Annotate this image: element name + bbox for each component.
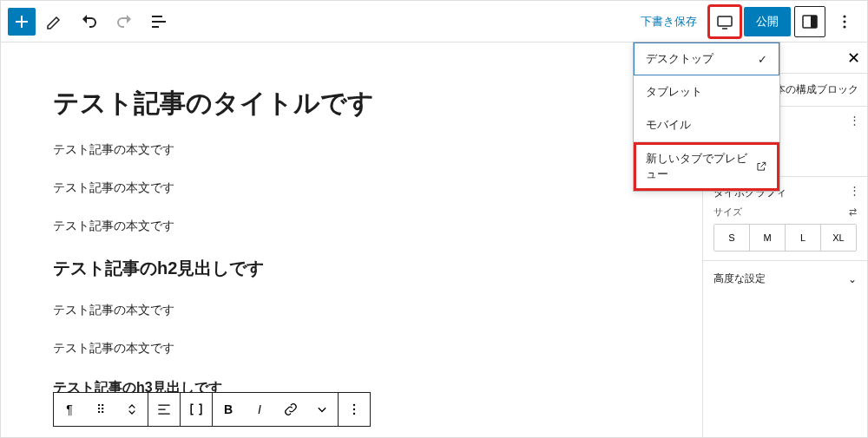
kebab-icon xyxy=(834,11,855,32)
heading-h2-block[interactable]: テスト記事のh2見出しです xyxy=(53,257,650,280)
align-icon xyxy=(155,401,173,418)
svg-rect-0 xyxy=(718,16,732,26)
kebab-icon xyxy=(345,401,363,418)
preview-tablet-option[interactable]: タブレット xyxy=(634,75,779,108)
paragraph-block[interactable]: テスト記事の本文です xyxy=(53,180,650,196)
option-label: タブレット xyxy=(646,84,702,100)
chevron-down-icon: ⌄ xyxy=(848,273,857,285)
sidebar-icon xyxy=(799,11,820,32)
option-label: モバイル xyxy=(646,117,691,133)
chevron-down-icon xyxy=(313,401,331,418)
sliders-icon[interactable]: ⇄ xyxy=(849,206,857,218)
toolbar-left xyxy=(8,6,174,37)
block-more-button[interactable] xyxy=(339,393,370,426)
size-m-button[interactable]: M xyxy=(750,225,786,251)
plus-icon xyxy=(11,11,32,32)
block-type-button[interactable]: ¶ xyxy=(54,393,85,426)
brackets-icon xyxy=(187,401,205,418)
font-size-buttons: S M L XL xyxy=(713,224,857,252)
paragraph-block[interactable]: テスト記事の本文です xyxy=(53,341,650,356)
width-button[interactable] xyxy=(181,393,212,426)
redo-icon xyxy=(114,11,135,32)
list-icon xyxy=(148,11,169,32)
svg-point-5 xyxy=(843,25,845,28)
link-icon xyxy=(282,401,299,418)
svg-point-6 xyxy=(353,404,355,406)
svg-point-8 xyxy=(353,413,355,415)
add-block-button[interactable] xyxy=(8,8,36,36)
advanced-settings-toggle[interactable]: 高度な設定 ⌄ xyxy=(703,261,867,297)
more-rich-text-button[interactable] xyxy=(306,393,338,426)
pilcrow-icon: ¶ xyxy=(66,402,73,416)
undo-icon xyxy=(79,11,100,32)
paragraph-block[interactable]: テスト記事の本文です xyxy=(53,219,650,234)
svg-point-4 xyxy=(843,20,845,23)
section-options-button[interactable]: ⋮ xyxy=(849,184,860,197)
bold-icon: B xyxy=(224,402,233,416)
size-label: サイズ xyxy=(713,206,742,219)
app-window: 下書き保存 公開 テスト記事のタイトルです テスト記事の本文です テスト記事の本… xyxy=(0,0,868,438)
align-button[interactable] xyxy=(148,393,180,426)
size-s-button[interactable]: S xyxy=(714,225,750,251)
check-icon: ✓ xyxy=(758,53,767,66)
pencil-icon xyxy=(44,11,65,32)
document-outline-button[interactable] xyxy=(143,6,174,37)
paragraph-block[interactable]: テスト記事の本文です xyxy=(53,142,650,158)
link-button[interactable] xyxy=(275,393,306,426)
redo-button[interactable] xyxy=(108,6,140,37)
settings-sidebar-toggle[interactable] xyxy=(794,6,825,37)
section-options-button[interactable]: ⋮ xyxy=(849,114,860,127)
publish-button[interactable]: 公開 xyxy=(744,7,791,36)
block-toolbar: ¶ ⠿ B I xyxy=(53,392,371,427)
preview-button[interactable] xyxy=(709,6,740,37)
size-l-button[interactable]: L xyxy=(786,225,821,251)
move-updown-button[interactable] xyxy=(116,393,148,426)
svg-point-7 xyxy=(353,409,355,410)
advanced-label: 高度な設定 xyxy=(713,271,766,286)
italic-button[interactable]: I xyxy=(244,393,275,426)
preview-mobile-option[interactable]: モバイル xyxy=(634,108,779,141)
more-options-button[interactable] xyxy=(829,6,860,37)
preview-desktop-option[interactable]: デスクトップ ✓ xyxy=(634,42,779,75)
editor-canvas[interactable]: テスト記事のタイトルです テスト記事の本文です テスト記事の本文です テスト記事… xyxy=(1,42,702,437)
italic-icon: I xyxy=(258,402,261,416)
close-icon: ✕ xyxy=(847,49,860,67)
post-title[interactable]: テスト記事のタイトルです xyxy=(53,86,650,121)
option-label: 新しいタブでプレビュー xyxy=(646,151,755,182)
external-link-icon xyxy=(755,160,767,173)
bold-button[interactable]: B xyxy=(213,393,244,426)
svg-rect-2 xyxy=(811,16,817,28)
display-icon xyxy=(714,11,735,32)
undo-button[interactable] xyxy=(74,6,105,37)
save-draft-button[interactable]: 下書き保存 xyxy=(632,7,706,36)
option-label: デスクトップ xyxy=(646,51,713,67)
tools-button[interactable] xyxy=(39,6,70,37)
chevron-updown-icon xyxy=(123,401,141,418)
drag-handle[interactable]: ⠿ xyxy=(85,393,116,426)
top-toolbar: 下書き保存 公開 xyxy=(1,1,867,42)
toolbar-right: 下書き保存 公開 xyxy=(632,6,860,37)
paragraph-block[interactable]: テスト記事の本文です xyxy=(53,303,650,318)
drag-icon: ⠿ xyxy=(96,402,105,416)
size-xl-button[interactable]: XL xyxy=(821,225,856,251)
svg-point-3 xyxy=(843,15,845,17)
close-sidebar-button[interactable]: ✕ xyxy=(847,49,860,68)
preview-new-tab-option[interactable]: 新しいタブでプレビュー xyxy=(634,142,779,191)
preview-dropdown: デスクトップ ✓ タブレット モバイル 新しいタブでプレビュー xyxy=(633,42,780,192)
